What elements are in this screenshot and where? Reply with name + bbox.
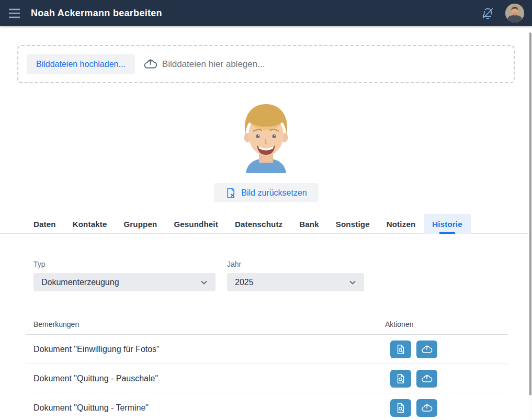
scrollbar[interactable] bbox=[529, 29, 532, 420]
type-select[interactable]: Dokumenterzeugung bbox=[33, 273, 216, 291]
document-label: Dokument "Quittung - Pauschale" bbox=[26, 374, 385, 383]
table-row: Dokument "Quittung - Termine" bbox=[26, 393, 508, 420]
tab-gesundheit[interactable]: Gesundheit bbox=[165, 214, 227, 234]
view-document-button[interactable] bbox=[390, 340, 411, 358]
download-document-button[interactable] bbox=[416, 340, 437, 358]
profile-photo bbox=[232, 93, 300, 173]
view-document-button[interactable] bbox=[390, 399, 411, 417]
download-document-button[interactable] bbox=[416, 399, 437, 417]
type-select-value: Dokumenterzeugung bbox=[41, 278, 119, 287]
row-actions bbox=[385, 370, 508, 388]
type-filter: Typ Dokumenterzeugung bbox=[33, 260, 216, 291]
reset-image-button[interactable]: Bild zurücksetzen bbox=[213, 183, 318, 202]
header-actions bbox=[481, 4, 524, 22]
chevron-down-icon bbox=[199, 277, 209, 288]
cloud-arrow-up-icon bbox=[143, 57, 157, 71]
image-dropzone[interactable]: Bilddateien hochladen... Bilddateien hie… bbox=[17, 45, 515, 83]
menu-icon[interactable] bbox=[8, 8, 20, 18]
user-avatar[interactable] bbox=[505, 4, 524, 22]
document-label: Dokument "Quittung - Termine" bbox=[26, 403, 385, 413]
tab-historie[interactable]: Historie bbox=[424, 214, 470, 234]
tab-daten[interactable]: Daten bbox=[25, 214, 64, 234]
table-header-row: Bemerkungen Aktionen bbox=[26, 314, 508, 335]
column-header-actions: Aktionen bbox=[385, 320, 508, 328]
tab-datenschutz[interactable]: Datenschutz bbox=[227, 214, 291, 234]
chevron-down-icon bbox=[347, 277, 358, 288]
file-x-icon bbox=[225, 187, 235, 199]
drop-hint-label: Bilddateien hier ablegen... bbox=[162, 59, 265, 70]
reset-image-label: Bild zurücksetzen bbox=[241, 188, 307, 198]
scrollbar-thumb[interactable] bbox=[529, 32, 531, 395]
row-actions bbox=[385, 340, 508, 358]
document-magnifier-icon bbox=[395, 402, 406, 414]
notifications-off-icon[interactable] bbox=[481, 6, 495, 20]
page-title: Noah Ackermann bearbeiten bbox=[31, 8, 162, 19]
document-label: Dokument "Einwilligung für Fotos" bbox=[26, 345, 385, 354]
tab-gruppen[interactable]: Gruppen bbox=[115, 214, 165, 234]
cloud-arrow-up-icon bbox=[421, 402, 433, 414]
tab-notizen[interactable]: Notizen bbox=[378, 214, 424, 234]
year-select-value: 2025 bbox=[235, 278, 254, 287]
year-select[interactable]: 2025 bbox=[227, 273, 364, 291]
tab-sonstige[interactable]: Sonstige bbox=[327, 214, 378, 234]
document-magnifier-icon bbox=[395, 373, 406, 384]
document-magnifier-icon bbox=[395, 344, 406, 355]
year-filter-label: Jahr bbox=[227, 260, 364, 268]
app-window: Noah Ackermann bearbeiten bbox=[0, 0, 532, 420]
year-filter: Jahr 2025 bbox=[227, 260, 364, 291]
app-header: Noah Ackermann bearbeiten bbox=[0, 0, 532, 26]
tab-bank[interactable]: Bank bbox=[291, 214, 327, 234]
history-filters: Typ Dokumenterzeugung Jahr 2025 bbox=[33, 260, 364, 291]
table-row: Dokument "Einwilligung für Fotos" bbox=[26, 335, 508, 364]
view-document-button[interactable] bbox=[390, 370, 411, 388]
upload-images-button[interactable]: Bilddateien hochladen... bbox=[27, 54, 135, 74]
type-filter-label: Typ bbox=[33, 260, 216, 268]
cloud-arrow-up-icon bbox=[421, 373, 433, 384]
column-header-remarks: Bemerkungen bbox=[26, 320, 385, 328]
tab-bar: Daten Kontakte Gruppen Gesundheit Datens… bbox=[25, 214, 471, 234]
table-row: Dokument "Quittung - Pauschale" bbox=[26, 364, 508, 393]
cloud-arrow-up-icon bbox=[421, 344, 433, 355]
download-document-button[interactable] bbox=[416, 370, 437, 388]
tab-kontakte[interactable]: Kontakte bbox=[64, 214, 116, 234]
history-table: Bemerkungen Aktionen Dokument "Einwillig… bbox=[26, 314, 508, 420]
row-actions bbox=[385, 399, 508, 417]
drop-hint: Bilddateien hier ablegen... bbox=[143, 57, 265, 71]
